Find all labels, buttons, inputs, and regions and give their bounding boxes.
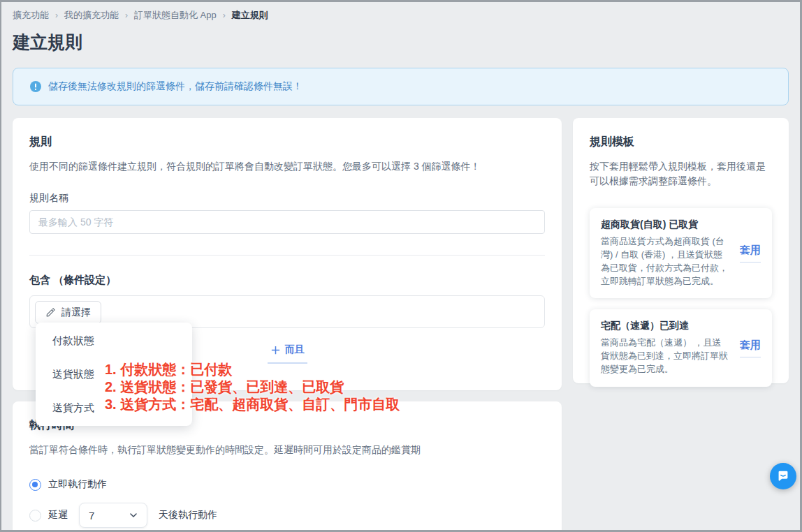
warning-banner-text: 儲存後無法修改規則的篩選條件，儲存前請確認條件無誤！	[48, 80, 302, 93]
rule-name-input[interactable]	[29, 210, 545, 234]
delay-days-value: 7	[89, 510, 94, 522]
dropdown-item-delivery-status[interactable]: 送貨狀態	[36, 357, 192, 391]
pencil-icon	[45, 308, 55, 318]
rule-card-description: 使用不同的篩選條件建立規則，符合規則的訂單將會自動改變訂單狀態。您最多可以選擇 …	[29, 159, 545, 174]
info-icon	[30, 81, 41, 92]
and-condition-label: 而且	[285, 343, 305, 356]
divider	[29, 255, 545, 256]
condition-select-button[interactable]: 請選擇	[35, 301, 101, 324]
chat-bubble-icon	[775, 468, 791, 484]
rule-templates-title: 規則模板	[590, 135, 772, 149]
and-condition-button[interactable]: 而且	[268, 343, 307, 364]
delay-suffix-label: 天後執行動作	[159, 509, 217, 522]
template-title: 宅配（速遞）已到達	[601, 320, 730, 332]
template-description: 當商品送貨方式為超商取貨 (台灣) / 自取 (香港) ，且送貨狀態為已取貨，付…	[601, 235, 730, 288]
immediate-option-row: 立即執行動作	[29, 478, 545, 491]
delay-days-select[interactable]: 7	[79, 503, 147, 528]
warning-banner: 儲存後無法修改規則的篩選條件，儲存前請確認條件無誤！	[13, 68, 789, 105]
breadcrumb-order-status-app[interactable]: 訂單狀態自動化 App	[134, 9, 217, 22]
app-window: 擴充功能 › 我的擴充功能 › 訂單狀態自動化 App › 建立規則 建立規則 …	[0, 0, 802, 532]
immediate-option-label: 立即執行動作	[48, 478, 107, 491]
apply-template-button[interactable]: 套用	[740, 339, 761, 357]
condition-select-label: 請選擇	[61, 306, 91, 319]
page-title: 建立規則	[13, 31, 789, 54]
template-item-delivery: 宅配（速遞）已到達 當商品為宅配（速遞） ，且送貨狀態為已到達，立即將訂單狀態變…	[590, 309, 772, 387]
include-conditions-title: 包含 （條件設定）	[29, 274, 545, 287]
delay-radio[interactable]	[29, 510, 41, 522]
breadcrumb-separator-icon: ›	[55, 10, 58, 20]
breadcrumb-separator-icon: ›	[125, 10, 128, 20]
rule-templates-description: 按下套用輕鬆帶入規則模板，套用後還是可以根據需求調整篩選條件。	[590, 159, 772, 189]
execution-time-description: 當訂單符合條件時，執行訂單狀態變更動作的時間設定。延遲時間可用於設定商品的鑑賞期	[29, 443, 545, 457]
template-title: 超商取貨(自取) 已取貨	[601, 219, 730, 231]
breadcrumb-separator-icon: ›	[223, 10, 226, 20]
dropdown-item-payment-status[interactable]: 付款狀態	[36, 324, 192, 357]
breadcrumb-my-extensions[interactable]: 我的擴充功能	[64, 9, 119, 22]
template-description: 當商品為宅配（速遞） ，且送貨狀態為已到達，立即將訂單狀態變更為已完成。	[601, 337, 730, 376]
condition-dropdown-menu: 付款狀態 送貨狀態 送貨方式	[36, 323, 192, 426]
rule-templates-card: 規則模板 按下套用輕鬆帶入規則模板，套用後還是可以根據需求調整篩選條件。 超商取…	[573, 118, 789, 383]
rule-card-title: 規則	[29, 135, 545, 149]
chevron-down-icon	[129, 511, 138, 519]
rule-name-label: 規則名稱	[29, 192, 545, 205]
chat-widget-button[interactable]	[770, 463, 796, 489]
plus-icon	[270, 345, 281, 355]
template-item-pickup: 超商取貨(自取) 已取貨 當商品送貨方式為超商取貨 (台灣) / 自取 (香港)…	[590, 208, 772, 298]
immediate-radio[interactable]	[29, 479, 41, 491]
breadcrumb: 擴充功能 › 我的擴充功能 › 訂單狀態自動化 App › 建立規則	[13, 9, 789, 22]
breadcrumb-extensions[interactable]: 擴充功能	[13, 9, 49, 22]
apply-template-button[interactable]: 套用	[740, 244, 761, 263]
breadcrumb-create-rule: 建立規則	[232, 9, 268, 22]
delay-option-row: 延遲 7 天後執行動作	[29, 503, 545, 528]
delay-prefix-label: 延遲	[48, 509, 68, 522]
dropdown-item-delivery-method[interactable]: 送貨方式	[36, 391, 192, 424]
